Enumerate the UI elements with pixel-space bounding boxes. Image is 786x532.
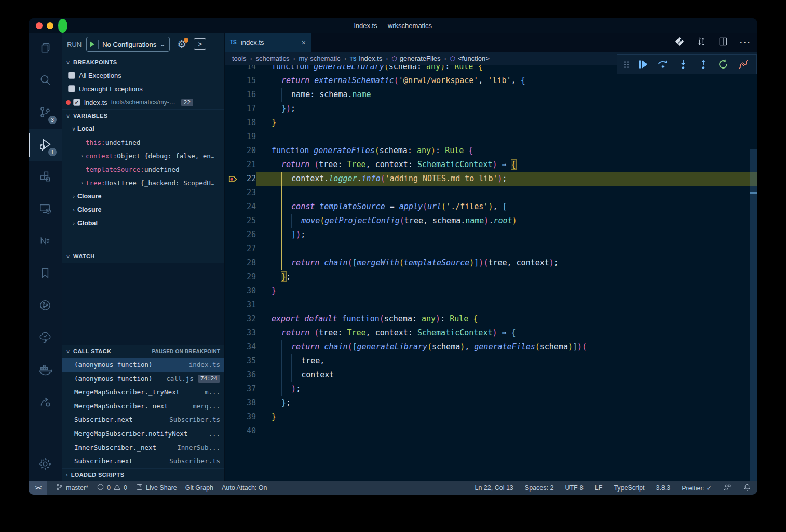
variable-row[interactable]: ›Closure — [62, 203, 224, 216]
debug-console-button[interactable]: > — [194, 38, 206, 50]
statusbar-feedback[interactable] — [723, 483, 731, 493]
launch-config-dropdown[interactable]: No Configurations ⌄ — [86, 37, 170, 52]
stack-frame[interactable]: (anonymous function)index.ts — [62, 358, 224, 372]
breakpoint-row[interactable]: All Exceptions — [62, 69, 224, 82]
call-stack-section-header[interactable]: ∨ CALL STACK PAUSED ON BREAKPOINT — [62, 345, 224, 358]
continue-button[interactable] — [637, 58, 649, 71]
code-line-16: 16name: schema.name — [225, 88, 757, 102]
variable-row[interactable]: ∨Local — [62, 122, 224, 135]
statusbar-encoding[interactable]: UTF-8 — [565, 484, 583, 492]
statusbar-cursor-position[interactable]: Ln 22, Col 13 — [475, 484, 513, 492]
statusbar-eol[interactable]: LF — [595, 484, 603, 492]
checkbox[interactable]: ✓ — [73, 99, 80, 106]
twisty-icon[interactable]: › — [70, 220, 77, 227]
loaded-scripts-section-header[interactable]: › LOADED SCRIPTS — [62, 468, 224, 481]
twisty-icon[interactable]: › — [70, 193, 77, 200]
activity-docker[interactable] — [29, 354, 62, 387]
stack-frame[interactable]: Subscriber.nextSubscriber.ts — [62, 413, 224, 427]
breakpoint-row[interactable]: Uncaught Exceptions — [62, 82, 224, 96]
statusbar-problems[interactable]: 00 — [97, 483, 127, 493]
switch-editor-icon[interactable] — [696, 36, 707, 49]
breadcrumb-item[interactable]: tools — [232, 54, 246, 62]
stack-frame[interactable]: MergeMapSubscriber._nextmerg... — [62, 399, 224, 413]
breadcrumb-item[interactable]: schematics — [255, 54, 289, 62]
variable-row[interactable]: templateSource: undefined — [62, 162, 224, 176]
watch-section-header[interactable]: ∨ WATCH — [62, 250, 224, 263]
stack-frame[interactable]: MergeMapSubscriber.notifyNext... — [62, 427, 224, 441]
breakpoints-section-header[interactable]: ∨ BREAKPOINTS — [62, 56, 224, 69]
variable-row[interactable]: ›tree: HostTree {_backend: ScopedH… — [62, 176, 224, 189]
statusbar-ts-version[interactable]: 3.8.3 — [656, 484, 670, 492]
variable-row[interactable]: this: undefined — [62, 135, 224, 149]
variable-row[interactable]: ›Closure — [62, 189, 224, 203]
statusbar-prettier[interactable]: Prettier: ✓ — [682, 484, 712, 492]
indent-guide — [291, 368, 301, 382]
breadcrumb-item[interactable]: ⬡generateFiles — [391, 54, 440, 62]
activity-source-control[interactable]: 3 — [29, 97, 62, 129]
activity-search[interactable] — [29, 65, 62, 97]
twisty-icon[interactable]: ∨ — [70, 126, 77, 132]
activity-bookmarks[interactable] — [29, 258, 62, 290]
stack-frame[interactable]: (anonymous function)call.js74:24 — [62, 372, 224, 386]
twisty-icon[interactable]: › — [70, 207, 77, 213]
activity-run-debug[interactable]: 1 — [29, 129, 62, 161]
activity-manage[interactable] — [29, 449, 62, 481]
statusbar-label: 0 — [107, 484, 111, 492]
restart-button[interactable] — [717, 58, 729, 71]
breadcrumb-item[interactable]: my-schematic — [299, 54, 341, 62]
code-line-37: 37); — [225, 382, 757, 396]
twisty-icon[interactable]: › — [78, 153, 86, 159]
activity-deploy[interactable] — [29, 387, 62, 419]
statusbar-auto-attach[interactable]: Auto Attach: On — [222, 484, 267, 492]
activity-nx-console[interactable] — [29, 226, 62, 258]
close-tab-icon[interactable]: × — [302, 38, 306, 47]
configure-gear-button[interactable]: ⚙ — [177, 39, 186, 49]
line-number: 30 — [242, 284, 256, 298]
activity-todo-tree[interactable] — [29, 322, 62, 354]
stack-frame[interactable]: InnerSubscriber._nextInnerSub... — [62, 441, 224, 455]
step-into-button[interactable] — [677, 58, 689, 71]
checkbox[interactable] — [68, 72, 75, 79]
twisty-icon[interactable]: › — [78, 180, 86, 186]
disconnect-button[interactable] — [737, 58, 750, 71]
remote-indicator[interactable]: >< — [29, 481, 47, 495]
stack-frame[interactable]: Subscriber.nextSubscriber.ts — [62, 454, 224, 468]
tab-index-ts[interactable]: TS index.ts × — [225, 33, 311, 52]
variables-section-header[interactable]: ∨ VARIABLES — [62, 109, 224, 122]
activity-explorer[interactable] — [29, 33, 62, 65]
breadcrumb-item[interactable]: TSindex.ts — [350, 54, 383, 62]
gutter — [225, 382, 242, 396]
statusbar-notifications[interactable] — [743, 483, 751, 493]
statusbar-live-share[interactable]: Live Share — [135, 483, 177, 493]
editor-scrollbar[interactable] — [750, 65, 757, 481]
statusbar-git-branch[interactable]: master* — [56, 483, 88, 493]
statusbar-indentation[interactable]: Spaces: 2 — [525, 484, 554, 492]
code-line-28: 28return chain([mergeWith(templateSource… — [225, 256, 757, 270]
stack-frame[interactable]: MergeMapSubscriber._tryNextm... — [62, 385, 224, 399]
code-editor[interactable]: 14function generateLibrary(schema: any):… — [225, 65, 757, 481]
variable-row[interactable]: ›context: Object {debug: false, en… — [62, 149, 224, 162]
vscode-window: index.ts — wrkschematics 31 RUN No Confi… — [29, 18, 757, 495]
indent-guide — [272, 242, 281, 256]
variable-row[interactable]: ›Global — [62, 216, 224, 230]
statusbar-git-graph[interactable]: Git Graph — [185, 484, 213, 492]
split-editor-icon[interactable] — [718, 36, 728, 49]
step-out-button[interactable] — [697, 58, 710, 71]
activity-git-graph[interactable] — [29, 290, 62, 322]
breakpoint-path: tools/schematics/my-sch... — [111, 99, 178, 106]
drag-handle-icon[interactable] — [624, 61, 629, 68]
more-actions-icon[interactable]: ··· — [740, 38, 751, 47]
paused-breakpoint-icon[interactable] — [225, 172, 242, 186]
statusbar-language-mode[interactable]: TypeScript — [614, 484, 644, 492]
open-changes-icon[interactable] — [674, 36, 685, 49]
scrollbar-slider[interactable] — [750, 149, 757, 481]
step-over-button[interactable] — [657, 58, 669, 71]
activity-remote-explorer[interactable] — [29, 194, 62, 226]
activity-extensions[interactable] — [29, 161, 62, 194]
checkbox[interactable] — [68, 85, 75, 92]
breadcrumb-separator-icon: › — [250, 55, 252, 62]
indent-guide — [281, 340, 291, 354]
start-debug-icon[interactable] — [90, 41, 94, 47]
breakpoint-row[interactable]: ✓index.tstools/schematics/my-sch...22 — [62, 96, 224, 109]
breadcrumb-item[interactable]: ⬡<function> — [450, 54, 490, 62]
